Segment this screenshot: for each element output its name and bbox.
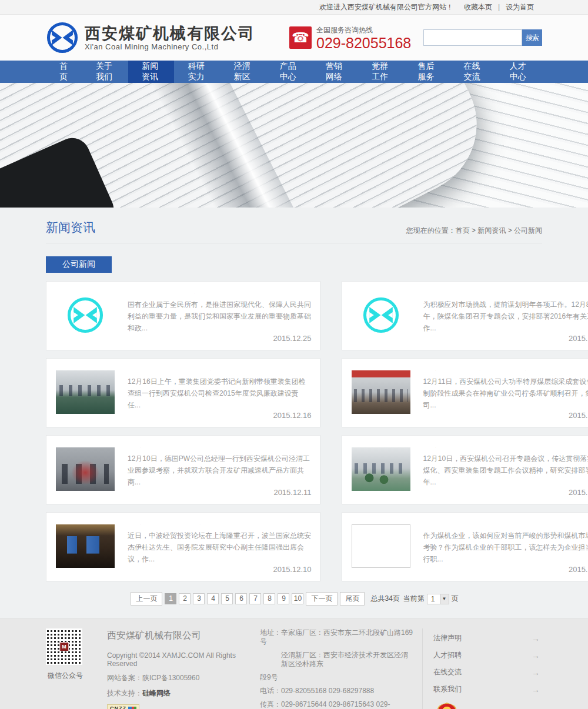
page-number-button[interactable]: 5: [221, 593, 233, 604]
fax-text: 传真：029-86715644 029-86715643 029-8205507…: [260, 700, 414, 709]
news-title[interactable]: 西安煤机公司迅速传达贯彻陕煤化、重装集团...: [423, 447, 588, 448]
arrow-right-icon: →: [532, 668, 540, 677]
search-input[interactable]: [423, 29, 522, 46]
nav-item[interactable]: 科研实力: [174, 61, 220, 83]
footer-link[interactable]: 联系我们 →: [433, 681, 542, 698]
nav-item[interactable]: 人才中心: [496, 61, 542, 83]
pagination: 上一页 1 2 3 4 5 6 7 8: [46, 592, 542, 606]
page-number-button[interactable]: 7: [249, 593, 261, 604]
arrow-right-icon: →: [532, 651, 540, 660]
icp-text: 网站备案：陕ICP备13005960: [107, 673, 260, 683]
category-tabs: 公司新闻: [46, 256, 542, 273]
news-card[interactable]: 西安煤机大功率特厚煤层综采成套设备研制阶... 12月11日，西安煤机公司大功率…: [342, 358, 588, 427]
site-footer: 微信公众号 西安煤矿机械有限公司 Copyright ©2014 XAMJC.C…: [0, 618, 588, 709]
news-card[interactable]: 陕煤化集团提前谋划部署2016年工作 为积极应对市场挑战，提前谋划明年各项工作。…: [342, 281, 588, 350]
cnzz-stats-badge[interactable]: CNZZ: [107, 704, 139, 709]
support-name[interactable]: 硅峰网络: [142, 689, 171, 697]
nav-item[interactable]: 首页: [46, 61, 82, 83]
main-nav: 首页 关于我们 新闻资讯 科研实力 泾渭新区 产品中心 营销网络 党群工作 售后…: [0, 61, 588, 83]
news-excerpt: 12月10日，德国PW公司总经理一行到西安煤机公司泾渭工业园参观考察，并就双方联…: [128, 453, 312, 488]
news-excerpt: 作为煤机企业，该如何应对当前严峻的形势和煤机市场的大考验？作为煤机企业的干部职工…: [423, 530, 588, 565]
address-line-2: 泾渭新厂区：西安市经济技术开发区泾渭新区泾朴路东: [260, 651, 414, 668]
footer-link-label: 人才招聘: [433, 650, 462, 660]
company-info-column: 西安煤矿机械有限公司 Copyright ©2014 XAMJC.COM All…: [102, 628, 260, 709]
topbar-divider: |: [498, 3, 500, 11]
page-number-button[interactable]: 1: [165, 593, 176, 604]
copyright-text: Copyright ©2014 XAMJC.COM All Rights Res…: [107, 651, 260, 668]
current-page-prefix: 当前第: [403, 594, 425, 604]
nav-item[interactable]: 售后服务: [404, 61, 450, 83]
industry-commerce-badge[interactable]: 网络工商: [433, 703, 460, 709]
news-card[interactable]: 中共中央、国务院关于深化国有企业改革的指... 国有企业属于全民所有，是推进国家…: [46, 281, 320, 350]
news-excerpt: 近日，中波经贸投资论坛在上海隆重召开，波兰国家总统安杰伊杜达先生、国务院发展研究…: [128, 530, 312, 565]
chevron-down-icon: ▼: [440, 594, 449, 604]
set-homepage-link[interactable]: 设为首页: [506, 2, 534, 12]
footer-company-name: 西安煤矿机械有限公司: [107, 630, 260, 642]
favorite-link[interactable]: 收藏本页: [464, 2, 492, 12]
news-date: 2015.12.11: [128, 488, 312, 497]
company-name-en: Xi'an Coal Mining Machinery Co.,Ltd: [85, 42, 255, 51]
arrow-right-icon: →: [532, 634, 540, 643]
phone-text: 电话：029-82055168 029-68297888: [260, 687, 414, 695]
contact-column: 地址：辛家庙厂区：西安市东二环北段矿山路169号 泾渭新厂区：西安市经济技术开发…: [260, 628, 414, 709]
logo-icon: [66, 296, 104, 334]
page-number-button[interactable]: 2: [179, 593, 191, 604]
news-title[interactable]: 助推企业发展需在“十抓”方面下大力气: [423, 524, 588, 525]
page-number-button[interactable]: 10: [292, 593, 303, 604]
footer-link[interactable]: 在线交流 →: [433, 664, 542, 681]
page-number-button[interactable]: 6: [235, 593, 247, 604]
nav-item[interactable]: 泾渭新区: [220, 61, 266, 83]
search-button[interactable]: 搜索: [522, 29, 542, 46]
page-number-button[interactable]: 3: [193, 593, 205, 604]
footer-link[interactable]: 法律声明 →: [433, 630, 542, 647]
news-thumbnail: [352, 447, 410, 491]
last-page-button[interactable]: 尾页: [340, 592, 365, 606]
page-number-button[interactable]: 4: [207, 593, 219, 604]
news-thumbnail: [56, 447, 115, 491]
wechat-qr-code: [46, 628, 82, 665]
news-thumbnail: [56, 524, 115, 568]
pagination-info: 总共34页 当前第 1 ▼ 页: [370, 594, 458, 604]
news-title[interactable]: 西安煤机公司与德国PW公司签署合作协议: [128, 447, 312, 448]
breadcrumb[interactable]: 您现在的位置：首页 > 新闻资讯 > 公司新闻: [406, 226, 542, 236]
news-date: 2015.12.10: [128, 565, 312, 574]
news-card[interactable]: 西安煤机公司迅速传达贯彻陕煤化、重装集团... 12月10日，西安煤机公司召开专…: [342, 435, 588, 504]
news-list: 中共中央、国务院关于深化国有企业改革的指... 国有企业属于全民所有，是推进国家…: [46, 281, 542, 581]
nav-item[interactable]: 关于我们: [82, 61, 128, 83]
footer-link[interactable]: 人才招聘 →: [433, 647, 542, 664]
news-card[interactable]: 西安煤机公司与德国PW公司签署合作协议 12月10日，德国PW公司总经理一行到西…: [46, 435, 320, 504]
hero-banner-magazine-photo: [0, 83, 588, 208]
news-card[interactable]: 助推企业发展需在“十抓”方面下大力气 作为煤机企业，该如何应对当前严峻的形势和煤…: [342, 512, 588, 581]
company-logo[interactable]: 西安煤矿机械有限公司 Xi'an Coal Mining Machinery C…: [46, 21, 255, 54]
welcome-text: 欢迎进入西安煤矿机械有限公司官方网站！: [319, 2, 453, 12]
shield-emblem-icon: [437, 703, 457, 709]
nav-item[interactable]: 产品中心: [266, 61, 312, 83]
phone-icon: ☎: [289, 26, 312, 49]
arrow-right-icon: →: [532, 685, 540, 694]
next-page-button[interactable]: 下一页: [306, 592, 338, 606]
news-title[interactable]: 西安煤机成功与波兰KOPEX集团签署战略...: [128, 524, 312, 525]
news-title[interactable]: 西安煤机大功率特厚煤层综采成套设备研制阶...: [423, 370, 588, 371]
news-title[interactable]: 重装集团检查组到西安煤机公司检查党风廉政...: [128, 370, 312, 371]
news-thumbnail: [352, 370, 410, 414]
logo-text: 西安煤矿机械有限公司 Xi'an Coal Mining Machinery C…: [85, 25, 255, 51]
page-select-value: 1: [427, 594, 440, 604]
news-card[interactable]: 西安煤机成功与波兰KOPEX集团签署战略... 近日，中波经贸投资论坛在上海隆重…: [46, 512, 320, 581]
prev-page-button[interactable]: 上一页: [131, 592, 162, 606]
news-excerpt: 12月10日，西安煤机公司召开专题会议，传达贯彻落实陕煤化、西安重装集团专题工作…: [423, 453, 588, 488]
nav-item[interactable]: 新闻资讯: [128, 61, 174, 83]
hotline-number: 029-82055168: [316, 35, 411, 51]
nav-item[interactable]: 在线交流: [450, 61, 496, 83]
page-number-button[interactable]: 9: [278, 593, 289, 604]
nav-item[interactable]: 党群工作: [358, 61, 404, 83]
news-card[interactable]: 重装集团检查组到西安煤机公司检查党风廉政... 12月16日上午，重装集团党委书…: [46, 358, 320, 427]
nav-item[interactable]: 营销网络: [312, 61, 358, 83]
page-number-button[interactable]: 8: [263, 593, 275, 604]
tab-company-news[interactable]: 公司新闻: [46, 256, 112, 273]
news-date: 2015.12.25: [423, 334, 588, 343]
news-excerpt: 为积极应对市场挑战，提前谋划明年各项工作。12月8日下午，陕煤化集团召开专题会议…: [423, 299, 588, 334]
topbar: 欢迎进入西安煤矿机械有限公司官方网站！ 收藏本页 | 设为首页: [0, 0, 588, 15]
news-title[interactable]: 陕煤化集团提前谋划部署2016年工作: [423, 293, 588, 294]
news-title[interactable]: 中共中央、国务院关于深化国有企业改革的指...: [128, 293, 312, 294]
page-select[interactable]: 1 ▼: [427, 594, 449, 604]
